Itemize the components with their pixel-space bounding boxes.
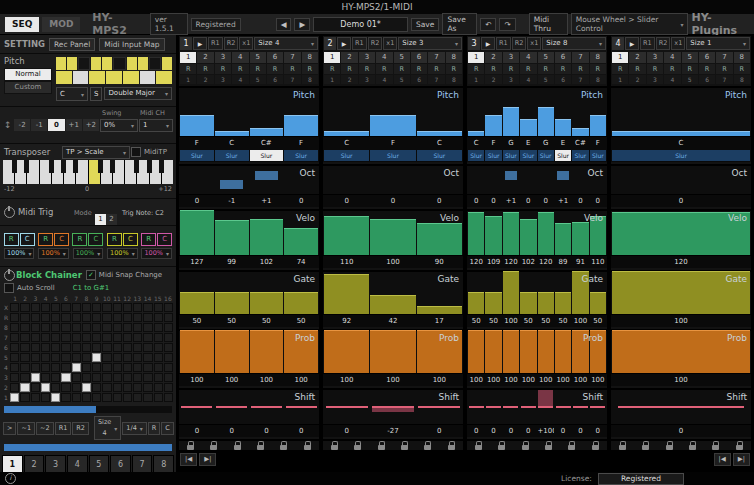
- lane-play-icon[interactable]: ▶: [625, 37, 639, 50]
- s-button[interactable]: S: [90, 87, 102, 101]
- slur-button[interactable]: Slur: [284, 150, 318, 161]
- step-number-cell[interactable]: 3: [647, 52, 663, 63]
- octave-option-0[interactable]: 0: [48, 119, 64, 131]
- block-size-select[interactable]: Size 4▾: [94, 416, 121, 440]
- prob-step-slot[interactable]: [180, 331, 214, 373]
- substep-number-cell[interactable]: 6: [411, 75, 427, 84]
- substep-number-cell[interactable]: 4: [664, 75, 680, 84]
- preset-display[interactable]: Demo 01*: [313, 17, 408, 32]
- info-icon[interactable]: i: [5, 473, 16, 484]
- block-grid-cell[interactable]: [51, 373, 60, 382]
- pitch-step-slot[interactable]: [538, 88, 554, 136]
- prob-step-slot[interactable]: [503, 331, 519, 373]
- step-retrig-cell[interactable]: R: [572, 64, 588, 74]
- substep-number-cell[interactable]: 6: [699, 75, 715, 84]
- block-grid-cell[interactable]: [113, 323, 122, 332]
- pitch-step-slot[interactable]: [485, 88, 501, 136]
- pitch-scale-key[interactable]: [56, 71, 72, 84]
- oct-step-slot[interactable]: [468, 166, 484, 194]
- substep-number-cell[interactable]: 4: [232, 75, 248, 84]
- step-number-cell[interactable]: 8: [734, 52, 750, 63]
- block-grid-cell[interactable]: [102, 333, 111, 342]
- rc-percent-select[interactable]: 100%▾: [73, 248, 104, 259]
- oct-step-slot[interactable]: [324, 166, 369, 194]
- step-retrig-cell[interactable]: R: [428, 64, 444, 74]
- block-r-button[interactable]: R: [148, 422, 161, 435]
- rc-c-button[interactable]: C: [20, 233, 35, 246]
- rc-percent-select[interactable]: 100%▾: [141, 248, 172, 259]
- lane-play-icon[interactable]: ▶: [193, 37, 207, 50]
- substep-number-cell[interactable]: 1: [612, 75, 628, 84]
- substep-number-cell[interactable]: 3: [647, 75, 663, 84]
- block-grid-cell[interactable]: [123, 333, 132, 342]
- block-grid-cell[interactable]: [82, 373, 91, 382]
- gate-step-slot[interactable]: [215, 272, 249, 314]
- step-retrig-cell[interactable]: R: [411, 64, 427, 74]
- block-grid-cell[interactable]: [61, 333, 70, 342]
- step-retrig-cell[interactable]: R: [734, 64, 750, 74]
- midi-thru-button[interactable]: Midi Thru: [529, 13, 568, 35]
- slur-button[interactable]: Slur: [485, 150, 501, 161]
- block-grid-cell[interactable]: [51, 333, 60, 342]
- substep-number-cell[interactable]: 4: [520, 75, 536, 84]
- substep-number-cell[interactable]: 1: [180, 75, 196, 84]
- block-grid-cell[interactable]: [31, 383, 40, 392]
- block-grid-cell[interactable]: [154, 303, 163, 312]
- step-retrig-cell[interactable]: R: [555, 64, 571, 74]
- step-retrig-cell[interactable]: R: [394, 64, 410, 74]
- skip-prev-icon[interactable]: |◀: [180, 453, 197, 466]
- block-grid-cell[interactable]: [31, 323, 40, 332]
- oct-step-slot[interactable]: [572, 166, 588, 194]
- substep-number-cell[interactable]: 5: [250, 75, 266, 84]
- block-grid-cell[interactable]: [61, 363, 70, 372]
- lane-r2-button[interactable]: R2: [512, 37, 527, 50]
- block-grid-cell[interactable]: [72, 363, 81, 372]
- block-grid-cell[interactable]: [154, 383, 163, 392]
- rc-r-button[interactable]: R: [107, 233, 122, 246]
- block-grid-cell[interactable]: [133, 393, 142, 402]
- step-retrig-cell[interactable]: R: [250, 64, 266, 74]
- block-grid-cell[interactable]: [20, 343, 29, 352]
- gate-step-slot[interactable]: [503, 272, 519, 314]
- block-grid-cell[interactable]: [113, 363, 122, 372]
- pitch-scale-key[interactable]: [78, 57, 90, 70]
- block-grid-cell[interactable]: [154, 353, 163, 362]
- octave-option--1[interactable]: -1: [31, 119, 47, 131]
- block-grid-cell[interactable]: [164, 343, 173, 352]
- block-grid-cell[interactable]: [102, 343, 111, 352]
- block-grid-cell[interactable]: [154, 393, 163, 402]
- step-retrig-cell[interactable]: R: [376, 64, 392, 74]
- step-number-cell[interactable]: 7: [716, 52, 732, 63]
- pitch-step-slot[interactable]: [520, 88, 536, 136]
- block-grid-cell[interactable]: [20, 383, 29, 392]
- block-grid-cell[interactable]: [143, 393, 152, 402]
- oct-step-slot[interactable]: [538, 166, 554, 194]
- block-grid-cell[interactable]: [51, 313, 60, 322]
- block-grid-cell[interactable]: [82, 333, 91, 342]
- lane-mult-button[interactable]: x1: [527, 37, 541, 50]
- step-retrig-cell[interactable]: R: [699, 64, 715, 74]
- step-retrig-cell[interactable]: R: [629, 64, 645, 74]
- prob-step-slot[interactable]: [555, 331, 571, 373]
- midi-trig-mode-2[interactable]: 2: [106, 214, 117, 225]
- velo-step-slot[interactable]: [180, 211, 214, 255]
- pitch-step-slot[interactable]: [555, 88, 571, 136]
- block-chainer-power-icon[interactable]: [4, 270, 15, 281]
- prob-step-slot[interactable]: [215, 331, 249, 373]
- gate-step-slot[interactable]: [180, 272, 214, 314]
- rc-c-button[interactable]: C: [157, 233, 172, 246]
- block-grid-cell[interactable]: [143, 363, 152, 372]
- block-grid-cell[interactable]: [143, 333, 152, 342]
- lane-r1-button[interactable]: R1: [208, 37, 223, 50]
- block-grid-cell[interactable]: [92, 343, 101, 352]
- step-number-cell[interactable]: 6: [699, 52, 715, 63]
- shift-step-slot[interactable]: [485, 390, 501, 424]
- block-grid-cell[interactable]: [41, 313, 50, 322]
- block-grid-cell[interactable]: [41, 323, 50, 332]
- block-grid-cell[interactable]: [133, 373, 142, 382]
- pitch-scale-key[interactable]: [106, 71, 122, 84]
- step-retrig-cell[interactable]: R: [520, 64, 536, 74]
- lane-r2-button[interactable]: R2: [656, 37, 671, 50]
- block-grid-cell[interactable]: [143, 303, 152, 312]
- lane-play-icon[interactable]: ▶: [337, 37, 351, 50]
